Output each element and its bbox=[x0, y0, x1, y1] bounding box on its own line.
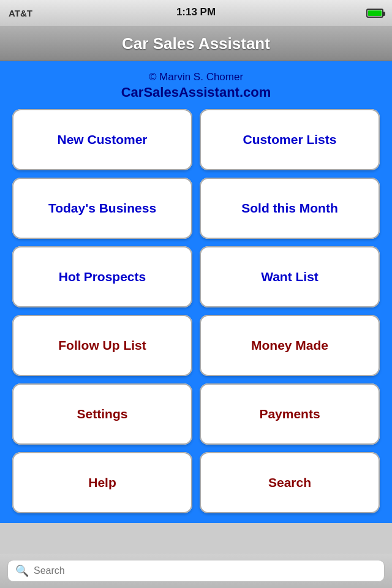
payments-button[interactable]: Payments bbox=[200, 383, 380, 445]
follow-up-list-label: Follow Up List bbox=[52, 338, 152, 353]
website-text: CarSalesAssistant.com bbox=[121, 85, 271, 100]
hot-prospects-label: Hot Prospects bbox=[53, 270, 152, 284]
money-made-label: Money Made bbox=[245, 338, 334, 353]
todays-business-button[interactable]: Today's Business bbox=[12, 178, 192, 239]
payments-label: Payments bbox=[253, 407, 326, 421]
help-label: Help bbox=[82, 475, 123, 490]
search-icon: 🔍 bbox=[15, 564, 29, 578]
bottom-bar: 🔍 bbox=[0, 554, 392, 588]
money-made-button[interactable]: Money Made bbox=[200, 315, 380, 376]
sold-this-month-label: Sold this Month bbox=[235, 201, 344, 216]
app-title: Car Sales Assistant bbox=[122, 34, 270, 53]
search-button[interactable]: Search bbox=[200, 452, 380, 513]
sold-this-month-button[interactable]: Sold this Month bbox=[200, 178, 380, 239]
hot-prospects-button[interactable]: Hot Prospects bbox=[12, 246, 192, 307]
want-list-label: Want List bbox=[255, 270, 325, 284]
search-label: Search bbox=[262, 475, 317, 490]
customer-lists-label: Customer Lists bbox=[237, 132, 343, 147]
battery-indicator bbox=[366, 9, 383, 18]
search-input[interactable] bbox=[34, 565, 377, 576]
battery-icon bbox=[366, 9, 383, 18]
new-customer-button[interactable]: New Customer bbox=[12, 109, 192, 170]
search-bar: 🔍 bbox=[7, 560, 385, 582]
settings-label: Settings bbox=[71, 407, 134, 421]
new-customer-label: New Customer bbox=[51, 132, 153, 147]
time-label: 1:13 PM bbox=[176, 6, 216, 18]
nav-bar: Car Sales Assistant bbox=[0, 27, 392, 61]
carrier-label: AT&T bbox=[9, 8, 32, 18]
todays-business-label: Today's Business bbox=[42, 201, 162, 216]
want-list-button[interactable]: Want List bbox=[200, 246, 380, 307]
copyright-text: © Marvin S. Chomer bbox=[149, 71, 243, 83]
main-content: © Marvin S. Chomer CarSalesAssistant.com… bbox=[0, 61, 392, 523]
help-button[interactable]: Help bbox=[12, 452, 192, 513]
settings-button[interactable]: Settings bbox=[12, 383, 192, 445]
follow-up-list-button[interactable]: Follow Up List bbox=[12, 315, 192, 376]
button-grid: New Customer Customer Lists Today's Busi… bbox=[12, 109, 380, 513]
customer-lists-button[interactable]: Customer Lists bbox=[200, 109, 380, 170]
status-bar: AT&T 1:13 PM bbox=[0, 0, 392, 27]
